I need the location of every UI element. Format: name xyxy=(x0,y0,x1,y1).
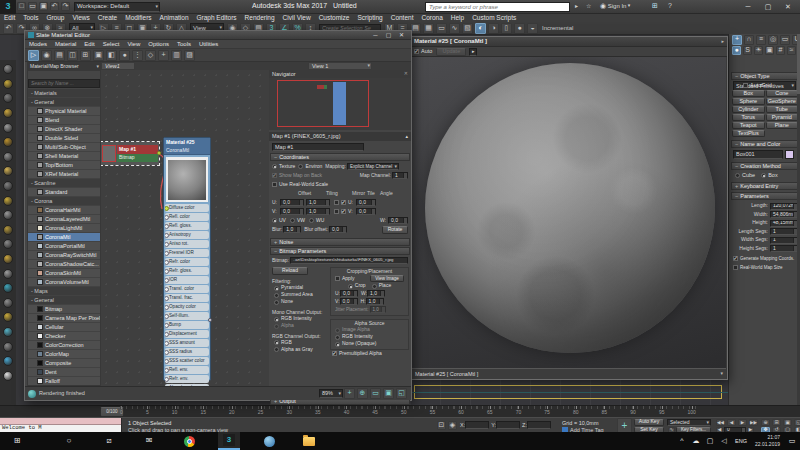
material-slot[interactable]: Displacement xyxy=(165,330,209,338)
creation-cube-radio[interactable]: Cube xyxy=(735,172,755,178)
favorites-star-icon[interactable]: ☆ xyxy=(586,3,591,10)
mono-rgb-intensity-radio[interactable]: RGB Intensity xyxy=(274,316,312,322)
script-button-icon[interactable] xyxy=(3,137,13,147)
blur-spinner[interactable]: 1,0 xyxy=(283,226,301,233)
rendered-frame-icon[interactable]: ▯ xyxy=(501,23,512,34)
browser-item[interactable]: Composite xyxy=(28,359,100,368)
material-slot[interactable]: Refr. env. xyxy=(165,375,209,383)
browser-item[interactable]: CoronaRaySwitchMtl xyxy=(28,251,100,260)
file-explorer-icon[interactable] xyxy=(298,432,320,450)
browser-item[interactable]: Dent xyxy=(28,368,100,377)
browser-item[interactable]: CoronaSkinMtl xyxy=(28,269,100,278)
menu-item[interactable]: Civil View xyxy=(279,14,315,21)
browser-item[interactable]: Checker xyxy=(28,332,100,341)
layout-vertical-icon[interactable]: ▥ xyxy=(171,50,182,61)
name-color-rollout[interactable]: Name and Color xyxy=(731,140,798,148)
parameter-spinner[interactable]: 1 xyxy=(770,245,798,252)
notification-center-icon[interactable]: ▭ xyxy=(784,432,800,450)
x-coordinate-field[interactable] xyxy=(465,421,489,429)
material-slot[interactable]: SSS amount xyxy=(165,339,209,347)
sme-menu-item[interactable]: Select xyxy=(99,41,124,48)
auto-key-button[interactable]: Auto Key xyxy=(634,419,664,426)
cameras-tab-icon[interactable]: ▣ xyxy=(765,46,774,55)
space-warps-tab-icon[interactable]: ≈ xyxy=(787,46,796,55)
reload-button[interactable]: Reload xyxy=(272,267,308,275)
browser-item[interactable]: CoronaHairMtl xyxy=(28,206,100,215)
object-button[interactable]: Box xyxy=(732,90,765,97)
play-animation-icon[interactable]: ▶ xyxy=(738,419,747,426)
parameter-spinner[interactable]: 1 xyxy=(770,237,798,244)
menu-item[interactable]: Customize xyxy=(315,14,354,21)
field-of-view-icon[interactable]: ◱ xyxy=(794,419,800,426)
crop-h-spinner[interactable]: 1,0 xyxy=(366,298,384,305)
lights-tab-icon[interactable]: ☀ xyxy=(754,46,763,55)
clock[interactable]: 21:07 22.01.2019 xyxy=(755,434,780,448)
auto-update-checkbox[interactable]: Auto xyxy=(414,48,432,54)
rotate-button[interactable]: Rotate xyxy=(382,226,408,234)
script-button-icon[interactable] xyxy=(3,196,13,206)
pick-material-icon[interactable]: ◉ xyxy=(41,50,52,61)
workspace-dropdown[interactable]: Workspace: Default xyxy=(74,2,160,12)
y-coordinate-field[interactable] xyxy=(496,421,520,429)
menu-item[interactable]: Create xyxy=(94,14,122,21)
u-mirror-checkbox[interactable] xyxy=(334,200,339,205)
maxscript-mini-listener[interactable]: Welcome to M xyxy=(0,418,122,433)
bitmap-node[interactable]: Map #1 Bitmap xyxy=(101,142,159,165)
browser-item[interactable]: Top/Bottom xyxy=(28,161,100,170)
browser-item[interactable]: XRef Material xyxy=(28,170,100,179)
script-button-icon[interactable] xyxy=(3,356,13,366)
params-panel-header[interactable]: Map #1 (FINEX_0605_r.jpg)▴ xyxy=(269,132,411,141)
crop-v-spinner[interactable]: 0,0 xyxy=(340,298,358,305)
filter-pyramidal-radio[interactable]: Pyramidal xyxy=(274,285,303,291)
material-slot[interactable]: Aniso rot. xyxy=(165,240,209,248)
object-type-rollout[interactable]: Object Type xyxy=(731,72,798,80)
browser-item[interactable]: Blend xyxy=(28,116,100,125)
place-radio[interactable]: Place xyxy=(372,283,392,289)
3dsmax-logo-icon[interactable]: 3 xyxy=(0,0,16,14)
crop-w-spinner[interactable]: 1,0 xyxy=(367,290,385,297)
active-view-tab[interactable]: View 1 xyxy=(308,62,372,70)
node-canvas[interactable]: Map #1 Bitmap Material #25 CoronaMtl Dif… xyxy=(101,70,269,386)
browser-item[interactable]: Falloff xyxy=(28,377,100,386)
browser-item[interactable]: CoronaLightMtl xyxy=(28,224,100,233)
volume-icon[interactable]: ◁ xyxy=(717,432,731,450)
undo-icon[interactable]: ↶ xyxy=(3,23,14,34)
task-view-button[interactable]: ⧄ xyxy=(98,432,120,450)
script-button-icon[interactable] xyxy=(3,298,13,308)
helpers-tab-icon[interactable]: # xyxy=(776,46,785,55)
sme-menu-item[interactable]: Options xyxy=(144,41,173,48)
browser-item[interactable]: - Materials xyxy=(28,89,100,98)
create-tab-icon[interactable]: + xyxy=(732,35,742,45)
menu-item[interactable]: Help xyxy=(447,14,468,21)
browser-item[interactable]: Bitmap xyxy=(28,305,100,314)
map-name-field[interactable]: Map #1 xyxy=(272,143,364,151)
mono-alpha-radio[interactable]: Alpha xyxy=(274,323,294,329)
render-setup-icon[interactable]: ◑ xyxy=(488,23,499,34)
menu-item[interactable]: Content xyxy=(387,14,418,21)
zoom-tool-icon[interactable]: ⊕ xyxy=(357,388,368,399)
object-button[interactable]: TextPlus xyxy=(732,130,765,137)
generate-mapping-checkbox[interactable]: Generate Mapping Coords. xyxy=(733,256,794,261)
render-production-icon[interactable]: ● xyxy=(514,23,525,34)
wu-radio[interactable]: WU xyxy=(309,218,324,224)
keyboard-entry-rollout[interactable]: Keyboard Entry xyxy=(731,182,798,190)
browser-header-dropdown[interactable]: Material/Map Browser xyxy=(28,63,100,71)
material-slot[interactable]: IOR xyxy=(165,276,209,284)
menu-item[interactable]: Custom Scripts xyxy=(468,14,520,21)
show-map-in-viewport-icon[interactable]: ◫ xyxy=(67,50,78,61)
creation-box-radio[interactable]: Box xyxy=(761,172,777,178)
material-slot[interactable]: Refl. env. xyxy=(165,366,209,374)
material-slot[interactable]: Diffuse color xyxy=(165,204,209,212)
sme-menu-item[interactable]: Utilities xyxy=(195,41,222,48)
object-button[interactable]: Teapot xyxy=(732,122,765,129)
real-world-map-checkbox[interactable]: Real-World Map Size xyxy=(733,265,782,270)
v-mirror-checkbox[interactable] xyxy=(334,209,339,214)
script-button-icon[interactable] xyxy=(3,225,13,235)
menu-item[interactable]: Animation xyxy=(156,14,193,21)
script-button-icon[interactable] xyxy=(3,152,13,162)
preview-expand-icon[interactable]: ▸ xyxy=(469,48,477,56)
video-color-check-icon[interactable]: ◧ xyxy=(106,50,117,61)
browser-item[interactable]: ColorMap xyxy=(28,350,100,359)
menu-item[interactable]: Modifiers xyxy=(121,14,155,21)
u-offset-spinner[interactable]: 0,0 xyxy=(280,199,304,206)
